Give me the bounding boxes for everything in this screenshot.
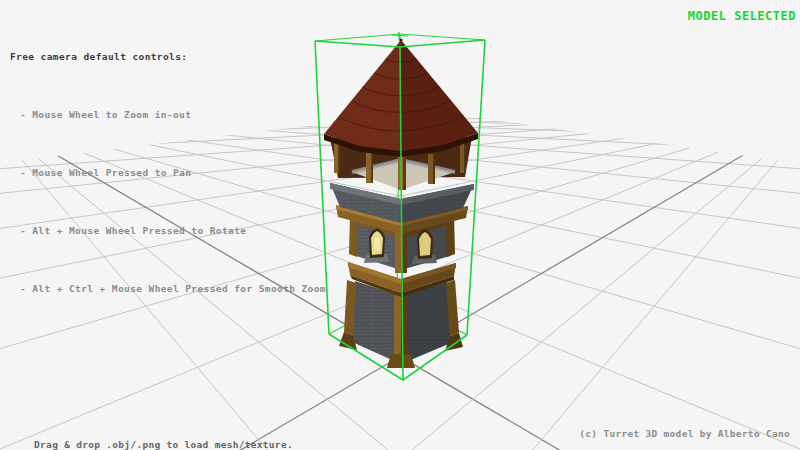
credit-text: (c) Turret 3D model by Alberto Cano — [579, 428, 790, 439]
help-item-pan: - Mouse Wheel Pressed to Pan — [20, 167, 326, 178]
help-item-zoom: - Mouse Wheel to Zoom in-out — [20, 109, 326, 120]
viewport-3d[interactable]: Free camera default controls: - Mouse Wh… — [0, 0, 800, 450]
status-badge: MODEL SELECTED — [688, 9, 796, 23]
footer-hint-bar: Drag & drop .obj/.png to load mesh/textu… — [10, 428, 293, 450]
help-title: Free camera default controls: — [10, 51, 326, 62]
camera-help-panel: Free camera default controls: - Mouse Wh… — [10, 13, 326, 332]
help-item-smooth: - Alt + Ctrl + Mouse Wheel Pressed for S… — [20, 283, 326, 294]
drop-hint-text: Drag & drop .obj/.png to load mesh/textu… — [34, 439, 293, 450]
help-item-rotate: - Alt + Mouse Wheel Pressed to Rotate — [20, 225, 326, 236]
